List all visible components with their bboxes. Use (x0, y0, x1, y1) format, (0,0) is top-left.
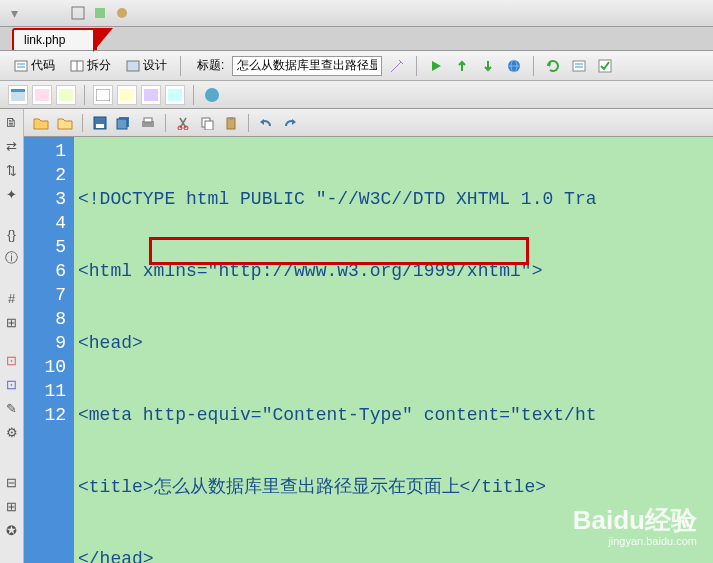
panel-icon-3[interactable] (56, 85, 76, 105)
list-icon[interactable] (570, 57, 588, 75)
code-line: <!DOCTYPE html PUBLIC "-//W3C//DTD XHTML… (78, 187, 709, 211)
gutter-expand-icon[interactable]: ⊞ (3, 497, 21, 515)
undo-icon[interactable] (257, 114, 275, 132)
panel-icon-2[interactable] (32, 85, 52, 105)
line-number: 8 (24, 307, 66, 331)
play-icon[interactable] (427, 57, 445, 75)
paste-icon[interactable] (222, 114, 240, 132)
code-line: <head> (78, 331, 709, 355)
separator (165, 114, 166, 132)
gutter-hash-icon[interactable]: # (3, 289, 21, 307)
separator (84, 85, 85, 105)
check-icon[interactable] (596, 57, 614, 75)
gutter-bookmark-icon[interactable]: ✪ (3, 521, 21, 539)
code-line: <html xmlns="http://www.w3.org/1999/xhtm… (78, 259, 709, 283)
globe-icon[interactable] (505, 57, 523, 75)
gutter-info-icon[interactable]: ⓘ (3, 249, 21, 267)
svg-marker-9 (432, 61, 441, 71)
separator (416, 56, 417, 76)
split-view-label: 拆分 (87, 57, 111, 74)
panel-icon-4[interactable] (93, 85, 113, 105)
code-toolbar (24, 109, 713, 137)
svg-rect-21 (59, 89, 73, 101)
refresh-icon[interactable] (544, 57, 562, 75)
tool-icon-1[interactable] (68, 3, 88, 23)
panel-icon-6[interactable] (141, 85, 161, 105)
line-number-gutter: 1 2 3 4 5 6 7 8 9 10 11 12 (24, 137, 74, 563)
main-area: 🗎 ⇄ ⇅ ✦ {} ⓘ # ⊞ ⊡ ⊡ ✎ ⚙ ⊟ ⊞ ✪ (0, 109, 713, 563)
svg-rect-32 (144, 118, 152, 122)
gutter-collapse-icon[interactable]: ⊟ (3, 473, 21, 491)
panel-icon-7[interactable] (165, 85, 185, 105)
svg-rect-1 (95, 8, 105, 18)
svg-rect-3 (15, 61, 27, 71)
title-label: 标题: (197, 57, 224, 74)
panel-icon-1[interactable] (8, 85, 28, 105)
design-view-label: 设计 (143, 57, 167, 74)
svg-marker-39 (260, 119, 264, 125)
svg-rect-22 (96, 89, 110, 101)
svg-rect-28 (96, 124, 104, 128)
design-view-icon (125, 58, 141, 74)
document-title-input[interactable] (232, 56, 382, 76)
gutter-ruler-icon[interactable]: ⊞ (3, 313, 21, 331)
print-icon[interactable] (139, 114, 157, 132)
wand-icon[interactable] (388, 57, 406, 75)
code-view-icon (13, 58, 29, 74)
svg-rect-24 (144, 89, 158, 101)
tool-icon-3[interactable] (112, 3, 132, 23)
code-editor[interactable]: 1 2 3 4 5 6 7 8 9 10 11 12 <!DOCTYPE htm… (24, 137, 713, 563)
gutter-brace-icon[interactable]: {} (3, 225, 21, 243)
code-line: </head> (78, 547, 709, 563)
saveall-icon[interactable] (115, 114, 133, 132)
code-content[interactable]: <!DOCTYPE html PUBLIC "-//W3C//DTD XHTML… (74, 137, 713, 563)
line-number: 4 (24, 211, 66, 235)
separator (533, 56, 534, 76)
svg-rect-23 (120, 89, 134, 101)
svg-rect-30 (117, 119, 127, 129)
code-view-label: 代码 (31, 57, 55, 74)
svg-rect-25 (168, 89, 182, 101)
secondary-toolbar (0, 81, 713, 109)
code-line: <title>怎么从数据库里查出路径显示在页面上</title> (78, 475, 709, 499)
line-number: 10 (24, 355, 66, 379)
svg-point-26 (205, 88, 219, 102)
line-number: 11 (24, 379, 66, 403)
save-icon[interactable] (91, 114, 109, 132)
svg-rect-36 (205, 121, 213, 130)
tool-icon-2[interactable] (90, 3, 110, 23)
gutter-edit-icon[interactable]: ✎ (3, 399, 21, 417)
upload-icon[interactable] (453, 57, 471, 75)
design-view-button[interactable]: 设计 (120, 54, 172, 77)
globe-small-icon[interactable] (202, 85, 222, 105)
cut-icon[interactable] (174, 114, 192, 132)
svg-rect-14 (573, 61, 585, 71)
split-view-button[interactable]: 拆分 (64, 54, 116, 77)
svg-point-2 (117, 8, 127, 18)
separator (82, 114, 83, 132)
code-view-button[interactable]: 代码 (8, 54, 60, 77)
gutter-arrows-icon[interactable]: ⇄ (3, 137, 21, 155)
gutter-updown-icon[interactable]: ⇅ (3, 161, 21, 179)
svg-rect-19 (11, 89, 25, 92)
view-toolbar: 代码 拆分 设计 标题: (0, 51, 713, 81)
tab-bar: link.php (0, 27, 713, 51)
copy-icon[interactable] (198, 114, 216, 132)
gutter-gear-icon[interactable]: ⚙ (3, 423, 21, 441)
gutter-comment1-icon[interactable]: ⊡ (3, 351, 21, 369)
gutter-doc-icon[interactable]: 🗎 (3, 113, 21, 131)
gutter-comment2-icon[interactable]: ⊡ (3, 375, 21, 393)
line-number: 12 (24, 403, 66, 427)
download-icon[interactable] (479, 57, 497, 75)
redo-icon[interactable] (281, 114, 299, 132)
svg-rect-38 (229, 117, 233, 120)
open-icon[interactable] (32, 114, 50, 132)
file-tab-link-php[interactable]: link.php (12, 28, 97, 50)
gutter-star-icon[interactable]: ✦ (3, 185, 21, 203)
menu-icon[interactable]: ▾ (4, 3, 24, 23)
file-tab-label: link.php (24, 33, 65, 47)
editor-wrap: 1 2 3 4 5 6 7 8 9 10 11 12 <!DOCTYPE htm… (24, 109, 713, 563)
line-number: 9 (24, 331, 66, 355)
panel-icon-5[interactable] (117, 85, 137, 105)
folder-icon[interactable] (56, 114, 74, 132)
